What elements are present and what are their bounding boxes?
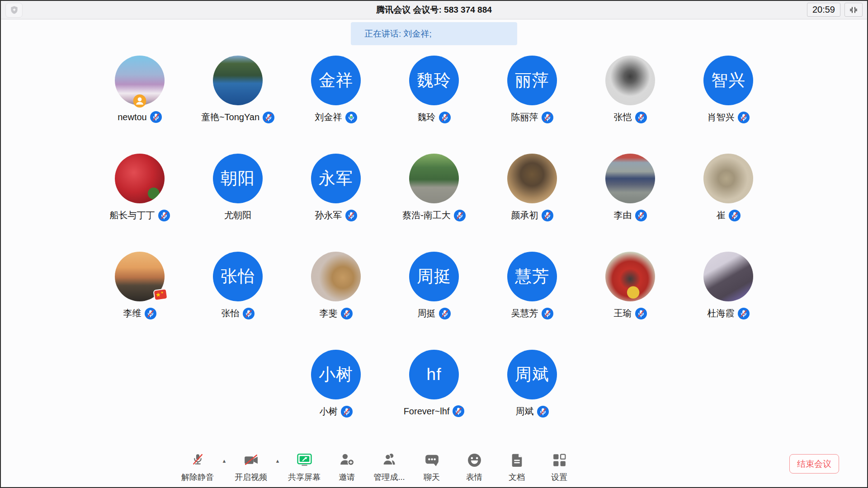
mic-muted-icon [542, 210, 553, 221]
participant-tile[interactable]: 朝阳 尤朝阳 [189, 154, 287, 252]
participant-label: 孙永军 [315, 209, 357, 221]
participant-tile[interactable]: 小树 小树 [287, 350, 385, 448]
toolbar-button-label: 邀请 [339, 472, 355, 483]
participant-label: 童艳~TongYan [201, 111, 274, 123]
mic-muted-icon [729, 210, 741, 221]
participant-name: 颜承初 [511, 209, 538, 221]
mic-muted-icon [635, 210, 647, 221]
avatar-image: 金祥 [311, 56, 361, 105]
mic-muted-icon [454, 210, 466, 221]
toolbar-invite-button[interactable]: 邀请 [326, 451, 368, 483]
toolbar-mic-muted-button[interactable]: 解除静音 [176, 451, 219, 483]
participant-label: 杜海霞 [708, 307, 750, 319]
participant-tile[interactable]: 李由 [581, 154, 679, 252]
avatar-image: 慧芳 [507, 252, 557, 301]
participant-tile[interactable]: 魏玲 魏玲 [385, 56, 483, 154]
participant-label: 吴慧芳 [511, 307, 553, 319]
avatar-image: hf [409, 350, 459, 399]
toolbar-button-label: 共享屏幕 [288, 472, 321, 483]
participant-name: newtou [118, 112, 147, 122]
participant-tile[interactable]: 李斐 [287, 252, 385, 350]
mic-muted-icon [453, 405, 464, 417]
participant-tile[interactable]: 蔡浩-南工大 [385, 154, 483, 252]
expand-arrow-icon[interactable]: ▲ [219, 458, 230, 464]
speaking-banner-text: 正在讲话: 刘金祥; [364, 28, 432, 40]
avatar: 张怡 [213, 252, 263, 301]
toolbar-button-label: 文档 [509, 472, 525, 483]
participant-name: 童艳~TongYan [201, 111, 259, 123]
avatar [605, 252, 655, 301]
participant-tile[interactable]: 智兴 肖智兴 [679, 56, 778, 154]
participant-name: 李由 [614, 209, 632, 221]
expand-arrow-icon[interactable]: ▲ [272, 458, 283, 464]
avatar-image: 张怡 [213, 252, 263, 301]
avatar [409, 154, 459, 203]
participants-row: newtou 童艳~TongYan 金祥 刘金祥 魏 [1, 56, 867, 154]
avatar-image [311, 252, 361, 301]
flag-sticker-icon: ★ ★ [153, 288, 168, 301]
participant-tile[interactable]: 童艳~TongYan [189, 56, 287, 154]
member-role-badge-icon [133, 94, 146, 108]
participant-name: 孙永军 [315, 209, 342, 221]
toolbar-settings-button[interactable]: 设置 [538, 451, 580, 483]
avatar-image [605, 252, 655, 301]
participant-tile[interactable]: 杜海霞 [679, 252, 778, 350]
invite-icon [339, 452, 355, 469]
toolbar-chat-button[interactable]: 聊天 [410, 451, 453, 483]
participant-tile[interactable]: 张恺 [581, 56, 679, 154]
avatar-image: 周斌 [507, 350, 557, 399]
participant-tile[interactable]: newtou [91, 56, 189, 154]
avatar-image [605, 56, 655, 105]
participant-tile[interactable]: 慧芳 吴慧芳 [483, 252, 581, 350]
participant-name: 魏玲 [418, 111, 436, 123]
avatar-image [703, 154, 753, 203]
end-meeting-button[interactable]: 结束会议 [789, 454, 839, 474]
toolbar-docs-button[interactable]: 文档 [495, 451, 538, 483]
avatar [703, 252, 753, 301]
participant-label: 船长与丁丁 [110, 209, 170, 221]
participant-name: 船长与丁丁 [110, 209, 155, 221]
participant-tile[interactable]: 张怡 张怡 [189, 252, 287, 350]
mic-muted-icon [635, 308, 647, 319]
avatar-image: 小树 [311, 350, 361, 399]
clock: 20:59 [807, 3, 840, 17]
avatar [703, 154, 753, 203]
fullscreen-toggle-button[interactable] [844, 3, 863, 17]
participant-tile[interactable]: 永军 孙永军 [287, 154, 385, 252]
participant-name: 小树 [320, 405, 338, 418]
avatar-image [409, 154, 459, 203]
avatar-image [115, 154, 165, 203]
speaking-banner: 正在讲话: 刘金祥; [351, 22, 517, 45]
participant-tile[interactable]: 周挺 周挺 [385, 252, 483, 350]
participant-tile[interactable]: 颜承初 [483, 154, 581, 252]
participant-tile[interactable]: 崔 [679, 154, 778, 252]
avatar [605, 56, 655, 105]
toolbar-camera-off-button[interactable]: 开启视频 [230, 451, 272, 483]
participant-tile[interactable]: hf Forever~lhf [385, 350, 483, 448]
avatar: hf [409, 350, 459, 399]
avatar: 魏玲 [409, 56, 459, 105]
participant-label: 刘金祥 [315, 111, 357, 123]
toolbar-manage-members-button[interactable]: 管理成... [368, 451, 410, 483]
participant-tile[interactable]: 丽萍 陈丽萍 [483, 56, 581, 154]
avatar: 小树 [311, 350, 361, 399]
mic-muted-icon [158, 210, 170, 221]
participant-tile[interactable]: 王瑜 [581, 252, 679, 350]
participant-tile[interactable]: 船长与丁丁 [91, 154, 189, 252]
participant-tile[interactable]: 金祥 刘金祥 [287, 56, 385, 154]
toolbar-share-screen-button[interactable]: 共享屏幕 [283, 451, 326, 483]
mic-muted-icon [341, 308, 353, 319]
mic-muted-icon [738, 112, 750, 123]
participant-tile[interactable]: ★ ★ 李维 [91, 252, 189, 350]
emoji-icon [466, 452, 483, 469]
toolbar-emoji-button[interactable]: 表情 [453, 451, 495, 483]
avatar [115, 56, 165, 105]
avatar-image [703, 252, 753, 301]
mic-muted-icon [145, 308, 156, 319]
participant-label: 尤朝阳 [224, 209, 251, 221]
avatar: 朝阳 [213, 154, 263, 203]
mic-muted-icon [537, 406, 549, 418]
mic-muted-icon [243, 308, 255, 319]
toolbar-button-label: 设置 [551, 472, 567, 483]
participant-tile[interactable]: 周斌 周斌 [483, 350, 581, 448]
